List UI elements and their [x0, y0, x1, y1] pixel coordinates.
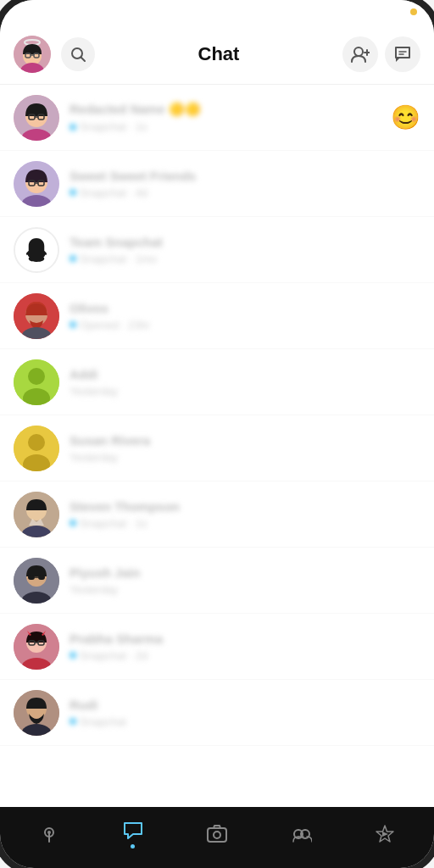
new-chat-button[interactable] — [385, 36, 420, 72]
chat-name: Piyush Jain — [70, 565, 420, 580]
camera-icon — [206, 823, 228, 845]
chat-avatar — [14, 624, 59, 670]
chat-avatar — [14, 227, 59, 273]
chat-avatar — [14, 558, 59, 604]
chat-preview: Snapchat · 2d — [70, 649, 420, 662]
chat-name: Sweet Sweet Friends — [70, 169, 420, 183]
active-dot — [131, 844, 135, 849]
svg-rect-56 — [208, 828, 226, 842]
chat-content: Steven Thompson Snapchat · 1s — [70, 499, 420, 530]
chat-name: Addi — [70, 367, 420, 381]
chat-item[interactable]: Prabha Sharma Snapchat · 2d — [0, 614, 434, 680]
chat-name: Prabha Sharma — [70, 632, 420, 646]
svg-point-55 — [47, 831, 51, 834]
nav-stories[interactable] — [276, 816, 326, 852]
chat-content: Prabha Sharma Snapchat · 2d — [70, 632, 420, 662]
chat-name: Rudi — [70, 698, 420, 712]
chat-nav-icon — [122, 820, 144, 842]
svg-point-57 — [214, 832, 220, 838]
preview-dot — [70, 652, 76, 659]
svg-rect-42 — [38, 575, 45, 580]
chat-item[interactable]: Piyush Jain Yesterday — [0, 548, 434, 614]
preview-dot — [70, 718, 76, 725]
avatar-image — [14, 36, 51, 73]
chat-item[interactable]: Rudi Snapchat — [0, 680, 434, 746]
spotlight-icon — [374, 823, 396, 845]
chat-item[interactable]: Sweet Sweet Friends Snapchat · 4d — [0, 151, 434, 217]
svg-marker-61 — [382, 832, 388, 837]
chat-avatar — [14, 492, 59, 537]
chat-avatar — [14, 690, 59, 736]
chat-preview: Snapchat · 1mo — [70, 253, 420, 265]
chat-name: Redacted Name 🟡🟡 — [70, 102, 381, 117]
chat-content: Rudi Snapchat — [70, 698, 420, 728]
nav-map[interactable] — [25, 816, 74, 852]
chat-name: Team Snapchat — [70, 235, 420, 249]
chat-item[interactable]: Susan Rivera Yesterday — [0, 415, 434, 481]
status-indicator — [410, 8, 417, 15]
map-icon — [38, 823, 60, 845]
chat-emoji: 😊 — [391, 103, 420, 131]
chat-item[interactable]: Addi Yesterday — [0, 349, 434, 415]
chat-preview: Snapchat — [70, 715, 420, 728]
chat-avatar — [14, 426, 59, 471]
search-button[interactable] — [61, 37, 95, 71]
svg-point-34 — [28, 434, 45, 451]
svg-rect-41 — [28, 575, 35, 580]
chat-preview: Snapchat · 4d — [70, 186, 420, 199]
header-left — [14, 36, 95, 73]
preview-dot — [70, 255, 76, 262]
chat-item[interactable]: Steven Thompson Snapchat · 1s — [0, 481, 434, 548]
chat-preview: Snapchat · 1s — [70, 120, 381, 133]
svg-point-31 — [28, 368, 45, 385]
nav-camera[interactable] — [192, 816, 242, 852]
bottom-nav — [0, 807, 434, 868]
chat-avatar — [14, 95, 59, 141]
chat-content: Susan Rivera Yesterday — [70, 433, 420, 464]
chat-content: Addi Yesterday — [70, 367, 420, 398]
preview-dot — [70, 520, 76, 526]
chat-preview: Yesterday — [70, 385, 420, 398]
chat-preview: Opened · 23hr — [70, 319, 420, 331]
chat-content: Olivos Opened · 23hr — [70, 301, 420, 331]
preview-dot — [70, 321, 76, 328]
header: Chat — [0, 24, 434, 85]
chat-content: Team Snapchat Snapchat · 1mo — [70, 235, 420, 265]
header-right — [342, 36, 420, 72]
chat-content: Piyush Jain Yesterday — [70, 565, 420, 596]
page-title: Chat — [95, 43, 342, 65]
stories-icon — [290, 823, 312, 845]
svg-line-8 — [81, 57, 86, 61]
chat-item[interactable]: Redacted Name 🟡🟡 Snapchat · 1s 😊 — [0, 85, 434, 151]
chat-avatar — [14, 161, 59, 207]
chat-content: Redacted Name 🟡🟡 Snapchat · 1s — [70, 102, 381, 133]
chat-item[interactable]: Olivos Opened · 23hr — [0, 283, 434, 349]
nav-chat[interactable] — [108, 813, 158, 855]
add-friend-button[interactable] — [342, 36, 378, 72]
user-avatar[interactable] — [14, 36, 51, 73]
chat-content: Sweet Sweet Friends Snapchat · 4d — [70, 169, 420, 199]
nav-spotlight[interactable] — [360, 816, 409, 852]
chat-item[interactable]: Team Snapchat Snapchat · 1mo — [0, 217, 434, 283]
chat-preview: Yesterday — [70, 583, 420, 596]
chat-name: Olivos — [70, 301, 420, 315]
chat-preview: Snapchat · 1s — [70, 517, 420, 530]
svg-point-9 — [354, 47, 363, 56]
preview-dot — [70, 189, 76, 196]
chat-name: Susan Rivera — [70, 433, 420, 448]
chat-avatar — [14, 359, 59, 405]
add-friend-icon — [351, 46, 370, 63]
chat-avatar — [14, 293, 59, 339]
chat-list: Redacted Name 🟡🟡 Snapchat · 1s 😊 — [0, 85, 434, 807]
search-icon — [70, 46, 86, 63]
new-chat-icon — [393, 45, 412, 64]
chat-preview: Yesterday — [70, 451, 420, 464]
chat-name: Steven Thompson — [70, 499, 420, 514]
status-bar — [0, 0, 434, 24]
preview-dot — [70, 124, 76, 131]
